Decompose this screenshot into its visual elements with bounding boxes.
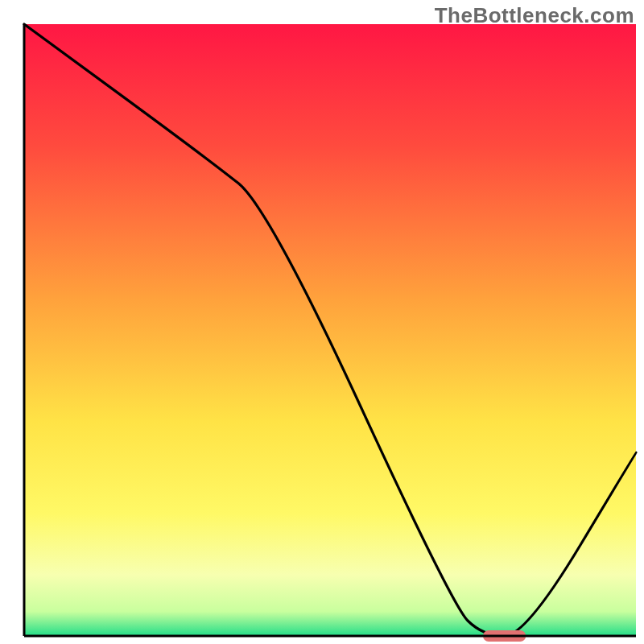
bottleneck-chart (0, 0, 644, 644)
chart-container: TheBottleneck.com (0, 0, 644, 644)
plot-background (24, 24, 636, 636)
watermark-label: TheBottleneck.com (435, 3, 634, 28)
